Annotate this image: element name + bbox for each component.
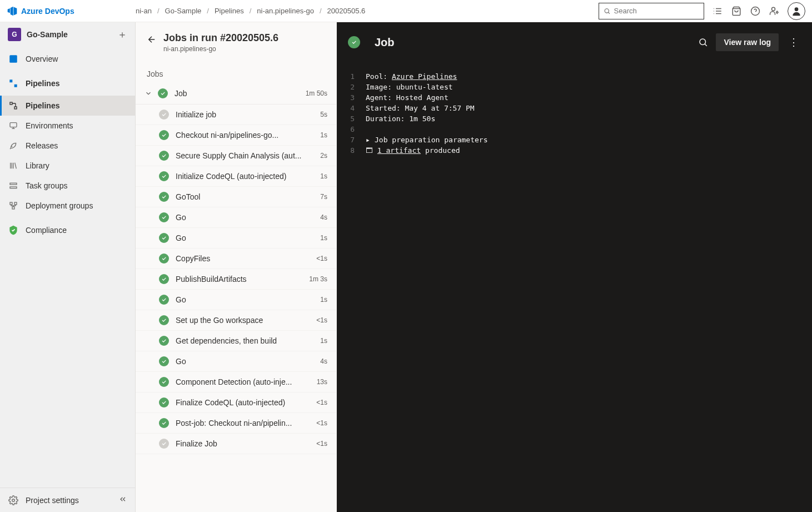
breadcrumb-item[interactable]: Go-Sample <box>165 7 202 15</box>
step-time: 4s <box>320 213 327 221</box>
task-groups-icon <box>8 180 19 191</box>
sidebar-subitem-library[interactable]: Library <box>0 156 135 176</box>
step-row[interactable]: CopyFiles<1s <box>136 248 336 269</box>
status-success-icon <box>159 274 169 284</box>
avatar[interactable] <box>788 2 805 20</box>
log-body: 1Pool: Azure Pipelines2Image: ubuntu-lat… <box>337 62 812 165</box>
log-line-content: Started: May 4 at 7:57 PM <box>366 103 812 113</box>
status-success-icon <box>159 397 169 407</box>
add-icon[interactable]: ＋ <box>117 28 127 41</box>
step-row[interactable]: Initialize job5s <box>136 105 336 125</box>
step-row[interactable]: GoTool7s <box>136 187 336 207</box>
step-row[interactable]: Go4s <box>136 207 336 228</box>
svg-point-15 <box>700 39 706 45</box>
sidebar-subitem-task-groups[interactable]: Task groups <box>0 176 135 196</box>
status-success-icon <box>159 233 169 243</box>
collapse-icon[interactable] <box>118 495 127 505</box>
brand-label: Azure DevOps <box>21 7 74 16</box>
search-input[interactable] <box>614 7 700 15</box>
overview-icon <box>8 53 19 64</box>
svg-rect-13 <box>12 207 14 209</box>
step-row[interactable]: Get dependencies, then build1s <box>136 331 336 351</box>
more-menu-icon[interactable]: ⋮ <box>786 36 801 48</box>
step-time: 1m 3s <box>309 275 327 283</box>
step-time: 13s <box>317 378 327 386</box>
step-row[interactable]: Post-job: Checkout ni-an/pipelin...<1s <box>136 413 336 434</box>
user-settings-icon[interactable] <box>769 6 780 17</box>
log-line: 3Agent: Hosted Agent <box>337 92 812 103</box>
help-icon[interactable] <box>750 6 761 17</box>
step-name: Go <box>176 233 320 242</box>
jobs-section-label: Jobs <box>136 59 336 83</box>
list-icon[interactable] <box>712 6 723 17</box>
status-success-icon <box>159 336 169 346</box>
sidebar-subitem-releases[interactable]: Releases <box>0 136 135 156</box>
step-row[interactable]: Go1s <box>136 228 336 248</box>
sidebar-item-overview[interactable]: Overview <box>0 47 135 71</box>
step-row[interactable]: Secure Supply Chain Analysis (aut...2s <box>136 146 336 166</box>
log-line: 7▸Job preparation parameters <box>337 135 812 145</box>
pipeline-icon <box>8 78 19 89</box>
step-row[interactable]: PublishBuildArtifacts1m 3s <box>136 269 336 290</box>
log-line: 2Image: ubuntu-latest <box>337 82 812 92</box>
step-row[interactable]: Component Detection (auto-inje...13s <box>136 372 336 392</box>
breadcrumb-item[interactable]: ni-an.pipelines-go <box>257 7 314 15</box>
svg-rect-12 <box>14 202 17 205</box>
step-time: 4s <box>320 357 327 365</box>
status-success-icon <box>159 151 169 161</box>
svg-rect-8 <box>10 123 17 127</box>
back-button[interactable] <box>147 34 157 44</box>
fold-caret-icon[interactable]: ▸ <box>366 135 372 145</box>
log-line-content: Duration: 1m 50s <box>366 113 812 124</box>
status-success-icon <box>159 171 169 181</box>
log-line-number: 8 <box>337 145 366 156</box>
view-raw-log-button[interactable]: View raw log <box>716 33 779 51</box>
step-name: Checkout ni-an/pipelines-go... <box>176 131 320 140</box>
sidebar-subitem-pipelines[interactable]: Pipelines <box>0 96 135 116</box>
sidebar-subitem-deployment-groups[interactable]: Deployment groups <box>0 196 135 216</box>
project-badge: G <box>8 28 21 41</box>
step-row[interactable]: Go1s <box>136 290 336 310</box>
step-row[interactable]: Set up the Go workspace<1s <box>136 310 336 331</box>
step-row[interactable]: Finalize CodeQL (auto-injected)<1s <box>136 392 336 413</box>
sidebar-subitem-label: Deployment groups <box>26 201 93 210</box>
log-link[interactable]: Azure Pipelines <box>392 72 457 81</box>
log-line: 5Duration: 1m 50s <box>337 113 812 124</box>
deployment-groups-icon <box>8 200 19 211</box>
job-group-row[interactable]: Job 1m 50s <box>136 83 336 105</box>
jobs-panel: Jobs in run #20020505.6 ni-an.pipelines-… <box>136 22 337 512</box>
log-line: 4Started: May 4 at 7:57 PM <box>337 103 812 113</box>
svg-rect-11 <box>10 202 12 205</box>
search-icon[interactable] <box>698 37 708 47</box>
log-line-number: 2 <box>337 82 366 92</box>
log-line-content: Pool: Azure Pipelines <box>366 71 812 82</box>
project-settings[interactable]: Project settings <box>0 488 135 512</box>
step-time: <1s <box>316 316 327 324</box>
project-header[interactable]: G Go-Sample ＋ <box>0 22 135 47</box>
step-row[interactable]: Initialize CodeQL (auto-injected)1s <box>136 166 336 187</box>
marketplace-icon[interactable] <box>731 6 742 17</box>
step-row[interactable]: Checkout ni-an/pipelines-go...1s <box>136 125 336 146</box>
log-line-content: 🗔 1 artifact produced <box>366 145 812 156</box>
brand-logo[interactable]: Azure DevOps <box>7 6 136 17</box>
sidebar-item-pipelines[interactable]: Pipelines <box>0 71 135 96</box>
step-name: PublishBuildArtifacts <box>176 275 309 284</box>
step-row[interactable]: Go4s <box>136 351 336 372</box>
shield-icon <box>8 225 19 236</box>
step-time: 1s <box>320 172 327 180</box>
log-line-content: ▸Job preparation parameters <box>366 135 812 145</box>
breadcrumb-item[interactable]: Pipelines <box>215 7 244 15</box>
log-line-number: 6 <box>337 124 366 135</box>
sidebar-subitem-environments[interactable]: Environments <box>0 116 135 136</box>
topbar: Azure DevOps ni-an/ Go-Sample/ Pipelines… <box>0 0 812 22</box>
sidebar-item-compliance[interactable]: Compliance <box>0 218 135 242</box>
breadcrumb-item[interactable]: ni-an <box>136 7 152 15</box>
artifact-link[interactable]: 1 artifact <box>377 146 421 155</box>
jobs-title: Jobs in run #20020505.6 <box>163 32 278 44</box>
log-title: Job <box>375 36 690 49</box>
step-row[interactable]: Finalize Job<1s <box>136 434 336 454</box>
step-time: 2s <box>320 152 327 160</box>
breadcrumb-item[interactable]: 20020505.6 <box>327 7 366 15</box>
step-name: Post-job: Checkout ni-an/pipelin... <box>176 419 316 428</box>
search-box[interactable] <box>599 3 704 19</box>
